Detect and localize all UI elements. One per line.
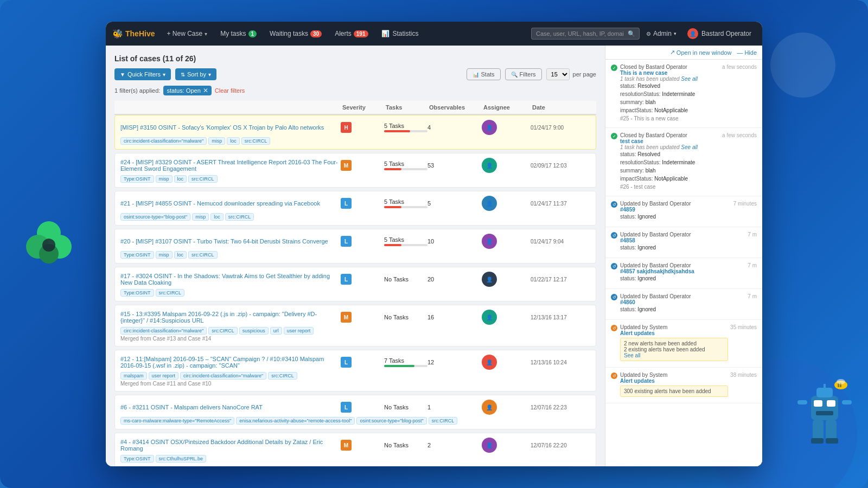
task-bar [384, 244, 427, 246]
remove-filter-button[interactable]: ✕ [203, 87, 208, 94]
case-link[interactable]: This is a new case [620, 70, 667, 76]
case-link[interactable]: #4860 [620, 299, 635, 305]
quick-filters-button[interactable]: ▼ Quick Filters ▾ [114, 68, 171, 80]
hide-panel-button[interactable]: — Hide [737, 49, 757, 56]
rp-entry: ↺ Updated by System Alert updates 2 new … [605, 320, 762, 368]
tasks-cell: 5 Tasks [384, 160, 427, 170]
alert-box: 2 new alerts have been added2 existing a… [620, 338, 728, 361]
task-bar [384, 365, 427, 367]
tag: circ:incident-classification="malware" [120, 137, 207, 145]
admin-menu[interactable]: ⚙ Admin ▾ [642, 28, 681, 40]
stats-button[interactable]: 📊 Stats [467, 68, 501, 80]
case-title[interactable]: #20 - [MISP] #3107 OSINT - Turbo Twist: … [120, 238, 341, 245]
avatar: 👤 [482, 120, 497, 135]
rp-entry-header: ↺ Updated by Bastard Operator #4859 stat… [611, 201, 757, 221]
per-page: 15 25 50 per page [546, 68, 596, 80]
list-title: List of cases (11 of 26) [114, 54, 596, 63]
case-row-top: #6 - #3211 OSINT - Malspam delivers Nano… [120, 400, 590, 415]
svg-rect-7 [827, 400, 835, 407]
case-link[interactable]: Alert updates [620, 330, 655, 336]
avatar: 👤 [482, 158, 497, 173]
case-link[interactable]: #4857 sakjdhsakjhdkjsahdsa [620, 268, 694, 274]
case-link[interactable]: #4859 [620, 207, 635, 213]
actor-label: Closed by Bastard Operator [620, 132, 720, 138]
entry-time: 38 minutes [730, 372, 757, 378]
case-title[interactable]: #21 - [MISP] #4855 OSINT - Nemucod downl… [120, 200, 341, 207]
case-title[interactable]: #12 - 11:[Malspam] 2016-09-15 – "SCAN" C… [120, 356, 341, 369]
my-tasks-button[interactable]: My tasks 1 [215, 28, 262, 40]
table-row: #6 - #3211 OSINT - Malspam delivers Nano… [114, 395, 596, 429]
sort-button[interactable]: ⇅ Sort by ▾ [175, 68, 216, 80]
case-link[interactable]: test case [620, 138, 643, 144]
see-all-link[interactable]: See all [624, 352, 641, 358]
tag: src:CIRCL [268, 372, 297, 380]
case-title[interactable]: [MISP] #3150 OSINT - Sofacy's 'Komplex' … [120, 124, 341, 131]
alerts-button[interactable]: Alerts 191 [329, 28, 373, 40]
case-ref: #26 - test case [620, 184, 720, 190]
table-header: Severity Tasks Observables Assignee Date [114, 101, 596, 115]
case-date: 12/13/16 13:17 [531, 314, 590, 320]
filters-button[interactable]: 🔍 Filters [505, 68, 542, 80]
rp-entry-header: ↺ Updated by Bastard Operator #4858 stat… [611, 232, 757, 252]
open-new-window-link[interactable]: ↗ Open in new window [670, 49, 732, 56]
see-all-link[interactable]: See all [681, 76, 698, 82]
rp-entry: ↺ Updated by System Alert updates 300 ex… [605, 368, 762, 403]
table-row: [MISP] #3150 OSINT - Sofacy's 'Komplex' … [114, 115, 596, 150]
severity-badge: L [341, 236, 352, 247]
observables-count: 1 [427, 404, 482, 410]
case-title[interactable]: #6 - #3211 OSINT - Malspam delivers Nano… [120, 404, 341, 410]
severity-badge: L [341, 402, 352, 413]
case-title[interactable]: #15 - 13:#3395 Malspam 2016-09-22 (.js i… [120, 311, 341, 324]
rp-task-update: 1 task has been updated See all [620, 76, 720, 82]
tasks-cell: No Tasks [384, 404, 427, 410]
case-date: 12/07/16 22:23 [531, 404, 590, 410]
case-tags: Type:OSINTmisplocsrc:CIRCL [120, 251, 590, 259]
entry-time: a few seconds [722, 132, 757, 138]
new-case-button[interactable]: + New Case ▾ [161, 28, 213, 40]
case-title[interactable]: #4 - #3414 OSINT OSX/Pintsized Backdoor … [120, 439, 341, 452]
observables-count: 20 [427, 276, 482, 282]
content-area: List of cases (11 of 26) ▼ Quick Filters… [106, 46, 762, 466]
case-title[interactable]: #24 - [MISP] #3329 OSINT - ASERT Threat … [120, 159, 341, 172]
case-date: 01/24/17 9:04 [531, 239, 590, 245]
merged-note: Merged from Case #13 and Case #14 [120, 336, 590, 342]
tag: osint:source-type="blog-post" [120, 213, 190, 221]
case-link[interactable]: #4858 [620, 237, 635, 243]
search-input[interactable] [531, 28, 640, 40]
statistics-button[interactable]: 📊 Statistics [376, 28, 424, 40]
user-menu[interactable]: 👤 Bastard Operator [683, 26, 756, 41]
per-page-select[interactable]: 15 25 50 [546, 68, 570, 80]
tasks-cell: No Tasks [384, 442, 427, 448]
tasks-label: No Tasks [384, 404, 427, 410]
tag: src:CIRCL [225, 213, 254, 221]
status-icon: ✓ [611, 133, 617, 139]
rp-field: summary: blah [620, 166, 720, 175]
filter-bar: 1 filter(s) applied: status: Open ✕ Clea… [114, 86, 596, 95]
logo-area [16, 211, 81, 277]
tag: user report [284, 327, 314, 335]
table-row: #17 - #3024 OSINT - In the Shadows: Vawt… [114, 267, 596, 301]
see-all-link[interactable]: See all [681, 144, 698, 150]
assignee-cell: 👤 [482, 234, 531, 249]
tag: src:CIRCL [208, 327, 238, 335]
rp-field: status: Ignored [620, 243, 745, 252]
external-link-icon: ↗ [670, 49, 675, 56]
case-link[interactable]: Alert updates [620, 378, 655, 384]
case-row-top: #15 - 13:#3395 Malspam 2016-09-22 (.js i… [120, 310, 590, 325]
tag: src:CIRCL [156, 289, 185, 297]
case-date: 02/09/17 12:03 [531, 163, 590, 169]
waiting-tasks-badge: 30 [310, 30, 322, 37]
assignee-cell: 👤 [482, 355, 531, 370]
entry-time: 7 m [748, 293, 757, 299]
clear-filters-button[interactable]: Clear filters [215, 87, 245, 94]
waiting-tasks-button[interactable]: Waiting tasks 30 [264, 28, 327, 40]
rp-entry-header: ↺ Updated by Bastard Operator #4860 stat… [611, 293, 757, 313]
case-title[interactable]: #17 - #3024 OSINT - In the Shadows: Vawt… [120, 273, 341, 286]
avatar: 👤 [482, 310, 497, 325]
tasks-label: No Tasks [384, 276, 427, 282]
tag: suspicious [239, 327, 269, 335]
severity-badge: L [341, 357, 352, 368]
tag: user report [149, 372, 179, 380]
case-row-top: [MISP] #3150 OSINT - Sofacy's 'Komplex' … [120, 120, 590, 135]
tag: src:CIRCL [429, 417, 458, 425]
